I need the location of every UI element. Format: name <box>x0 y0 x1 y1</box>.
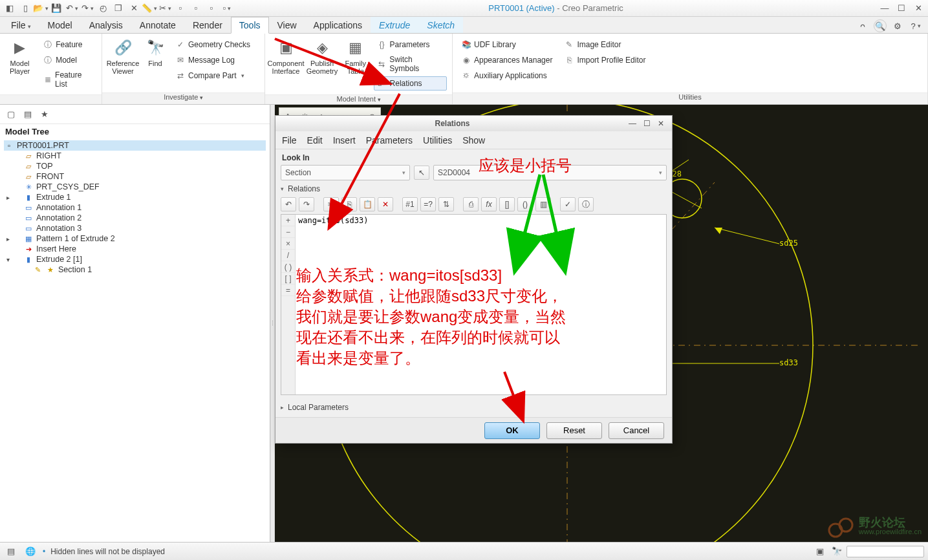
qat-more-icon[interactable]: ▫ <box>220 1 234 16</box>
undo-rt-icon[interactable]: ↶ <box>281 197 296 211</box>
tab-extrude[interactable]: Extrude <box>371 17 418 33</box>
compare-part-button[interactable]: ⇄Compare Part <box>172 69 254 83</box>
paren-icon[interactable]: () <box>517 197 533 211</box>
qat-icon-1[interactable]: ▫ <box>173 1 188 16</box>
udf-library-button[interactable]: 📚UDF Library <box>458 38 556 52</box>
menu-show[interactable]: Show <box>462 135 485 145</box>
reset-button[interactable]: Reset <box>546 422 602 439</box>
geometry-checks-button[interactable]: ✓Geometry Checks <box>172 38 254 52</box>
auxiliary-apps-button[interactable]: ⛭Auxiliary Applications <box>458 69 556 83</box>
expand-icon[interactable]: ▸ <box>4 235 12 242</box>
show-tree-icon[interactable]: ▤ <box>4 544 18 559</box>
sort-icon[interactable]: ⇅ <box>438 197 454 211</box>
dialog-titlebar[interactable]: Relations — ☐ ✕ <box>275 116 672 131</box>
gutter-btn[interactable]: − <box>281 226 295 238</box>
tree-item[interactable]: ▭Annotation 1 <box>4 202 266 213</box>
import-profile-button[interactable]: ⎘Import Profile Editor <box>561 53 649 67</box>
group-label-model-intent[interactable]: Model Intent <box>265 94 452 104</box>
verify-icon[interactable]: ✓ <box>560 197 576 211</box>
tree-item[interactable]: ✳PRT_CSYS_DEF <box>4 182 266 192</box>
expand-icon[interactable]: ▸ <box>4 194 12 201</box>
model-tree[interactable]: ▫PRT0001.PRT ▱RIGHT▱TOP▱FRONT✳PRT_CSYS_D… <box>0 139 270 542</box>
tree-item[interactable]: ▭Annotation 2 <box>4 213 266 223</box>
units-icon[interactable]: #1 <box>402 197 418 211</box>
tree-item[interactable]: ▾▮Extrude 2 [1] <box>4 254 266 264</box>
tab-analysis[interactable]: Analysis <box>81 17 131 33</box>
eval-icon[interactable]: =? <box>420 197 436 211</box>
tree-item[interactable]: ▭Annotation 3 <box>4 223 266 233</box>
delete-rt-icon[interactable]: ✕ <box>378 197 393 211</box>
tree-item[interactable]: ▱FRONT <box>4 171 266 182</box>
tree-item[interactable]: ▸▦Pattern 1 of Extrude 2 <box>4 233 266 244</box>
parameters-button[interactable]: {}Parameters <box>374 38 447 52</box>
gutter-btn[interactable]: + <box>281 215 295 226</box>
dim-sd25[interactable]: sd25 <box>779 239 798 248</box>
browser-icon[interactable]: 🌐 <box>23 544 38 559</box>
gutter-btn[interactable]: [ ] <box>281 273 295 285</box>
menu-insert[interactable]: Insert <box>333 135 356 145</box>
menu-edit[interactable]: Edit <box>307 135 323 145</box>
help-icon[interactable]: ? <box>909 19 923 33</box>
selection-filter-combo[interactable] <box>847 546 924 557</box>
switch-symbols-button[interactable]: ⇆Switch Symbols <box>374 53 447 75</box>
open-icon[interactable]: 📂 <box>34 1 48 16</box>
gutter-btn[interactable]: / <box>281 250 295 261</box>
copy-rt-icon[interactable]: ⎘ <box>341 197 357 211</box>
gutter-btn[interactable]: ( ) <box>281 261 295 273</box>
lookin-type-combo[interactable]: Section <box>281 165 410 180</box>
message-log-button[interactable]: ✉Message Log <box>172 53 254 67</box>
tree-filter-icon[interactable]: ▤ <box>21 107 35 122</box>
menu-utilities[interactable]: Utilities <box>423 135 452 145</box>
tree-root[interactable]: ▫PRT0001.PRT <box>4 140 266 151</box>
cut-rt-icon[interactable]: ✂ <box>323 197 339 211</box>
tree-item[interactable]: ✎★Section 1 <box>4 264 266 275</box>
relations-button[interactable]: d=Relations <box>374 76 447 91</box>
publish-geometry-button[interactable]: ◈Publish Geometry <box>305 36 339 76</box>
tree-settings-icon[interactable]: ★ <box>38 107 52 122</box>
tab-applications[interactable]: Applications <box>305 17 371 33</box>
dim-sd33[interactable]: sd33 <box>779 358 798 367</box>
relation-text[interactable]: wang=itos(sd33) <box>296 215 666 394</box>
tab-file[interactable]: File <box>3 17 39 33</box>
tree-item[interactable]: ▸▮Extrude 1 <box>4 192 266 202</box>
paste-rt-icon[interactable]: 📋 <box>360 197 375 211</box>
brackets-icon[interactable]: [] <box>499 197 515 211</box>
undo-icon[interactable]: ↶ <box>65 1 79 16</box>
redo-icon[interactable]: ↷ <box>80 1 94 16</box>
gutter-btn[interactable]: = <box>281 285 295 296</box>
functions-icon[interactable]: fx <box>481 197 497 211</box>
selection-filter-icon[interactable]: ▣ <box>813 544 827 559</box>
pick-icon[interactable]: ↖ <box>414 166 429 180</box>
app-icon[interactable]: ◧ <box>3 1 17 16</box>
family-table-button[interactable]: ▦Family Table <box>341 36 370 76</box>
component-interface-button[interactable]: ▣Component Interface <box>269 36 303 76</box>
dialog-maximize-icon[interactable]: ☐ <box>640 119 654 128</box>
model-player-button[interactable]: ▶Model Player <box>4 36 36 76</box>
feature-list-button[interactable]: ≣Feature List <box>39 69 96 91</box>
gutter-btn[interactable]: × <box>281 238 295 250</box>
close-icon[interactable]: ✕ <box>911 1 925 16</box>
find-button[interactable]: 🔭Find <box>142 36 168 69</box>
feature-info-button[interactable]: ⓘFeature <box>39 38 96 52</box>
new-icon[interactable]: ▯ <box>18 1 32 16</box>
settings-icon[interactable]: ⚙ <box>890 19 905 33</box>
appearances-manager-button[interactable]: ◉Appearances Manager <box>458 53 556 67</box>
tab-annotate[interactable]: Annotate <box>131 17 184 33</box>
tree-item[interactable]: ▱TOP <box>4 161 266 171</box>
save-icon[interactable]: 💾 <box>49 1 63 16</box>
help-search-icon[interactable]: 🔍 <box>874 19 887 32</box>
cancel-button[interactable]: Cancel <box>609 422 664 439</box>
tree-layers-icon[interactable]: ▢ <box>4 107 18 122</box>
dialog-close-icon[interactable]: ✕ <box>654 119 668 128</box>
tree-item[interactable]: ➔Insert Here <box>4 244 266 254</box>
ok-button[interactable]: OK <box>484 422 540 439</box>
tab-model[interactable]: Model <box>39 17 81 33</box>
expand-icon[interactable]: ▾ <box>4 256 12 263</box>
model-info-button[interactable]: ⓘModel <box>39 53 96 67</box>
tree-item[interactable]: ▱RIGHT <box>4 151 266 161</box>
tab-view[interactable]: View <box>269 17 305 33</box>
info-icon[interactable]: ⓘ <box>578 197 594 211</box>
regenerate-icon[interactable]: ◴ <box>96 1 110 16</box>
tab-tools[interactable]: Tools <box>231 17 269 34</box>
minimize-icon[interactable]: — <box>878 1 892 16</box>
